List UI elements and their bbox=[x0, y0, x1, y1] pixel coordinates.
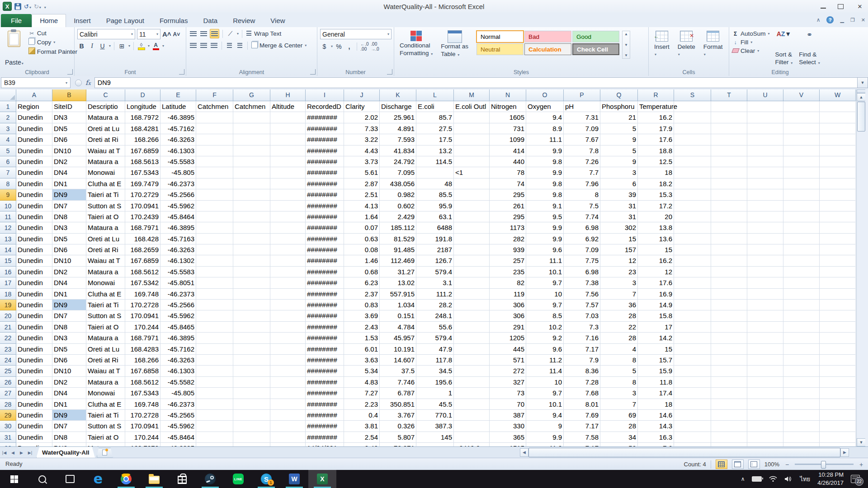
empty-cell[interactable] bbox=[783, 267, 820, 277]
empty-cell[interactable] bbox=[783, 377, 820, 388]
empty-cell[interactable] bbox=[674, 112, 711, 123]
cell[interactable] bbox=[454, 432, 490, 443]
cell[interactable] bbox=[454, 277, 490, 288]
cell[interactable]: 438.056 bbox=[380, 178, 416, 189]
header-cell[interactable]: Discharge bbox=[380, 101, 416, 112]
empty-cell[interactable] bbox=[783, 255, 820, 266]
cell[interactable]: -46.2373 bbox=[160, 178, 196, 189]
cell[interactable]: Taieri at Ti bbox=[86, 410, 125, 421]
page-layout-view-button[interactable] bbox=[732, 460, 744, 469]
cell[interactable]: DN4 bbox=[52, 388, 86, 399]
column-header-Q[interactable]: Q bbox=[600, 89, 638, 101]
cell[interactable] bbox=[454, 145, 490, 156]
empty-cell[interactable] bbox=[711, 234, 747, 244]
zoom-in-icon[interactable]: + bbox=[858, 461, 864, 468]
cell[interactable] bbox=[196, 388, 233, 399]
cell[interactable]: 28 bbox=[600, 333, 638, 343]
cell[interactable] bbox=[454, 189, 490, 200]
paste-button[interactable]: Paste▾ bbox=[3, 29, 26, 68]
cell[interactable]: 8.36 bbox=[564, 366, 600, 376]
cell[interactable]: 1515 bbox=[490, 443, 526, 446]
cell-style-calculation[interactable]: Calculation bbox=[524, 43, 571, 55]
cell[interactable]: DN7 bbox=[52, 201, 86, 211]
cell[interactable]: 3.1 bbox=[416, 277, 454, 288]
cell[interactable]: 31 bbox=[600, 201, 638, 211]
column-header-U[interactable]: U bbox=[747, 89, 783, 101]
cell[interactable] bbox=[454, 421, 490, 432]
empty-cell[interactable] bbox=[783, 134, 820, 145]
taskbar-line[interactable]: LINE bbox=[224, 470, 252, 488]
header-cell[interactable]: Descriptio bbox=[86, 101, 125, 112]
row-header-22[interactable]: 22 bbox=[0, 333, 16, 343]
cell[interactable]: 168.5612 bbox=[125, 377, 160, 388]
cell[interactable] bbox=[454, 300, 490, 310]
format-as-table-button[interactable]: Format asTable ▾ bbox=[438, 29, 471, 60]
cell[interactable]: 168.4281 bbox=[125, 123, 160, 134]
cell[interactable]: DN3 bbox=[52, 333, 86, 343]
cell[interactable] bbox=[196, 134, 233, 145]
empty-cell[interactable] bbox=[820, 267, 856, 277]
cell[interactable] bbox=[454, 234, 490, 244]
cell[interactable]: 17.6 bbox=[638, 277, 674, 288]
empty-cell[interactable] bbox=[747, 244, 783, 255]
cell[interactable]: 37.5 bbox=[380, 366, 416, 376]
cell[interactable]: 0.08 bbox=[344, 244, 380, 255]
empty-cell[interactable] bbox=[674, 344, 711, 355]
cell[interactable]: 10.2 bbox=[526, 322, 564, 333]
insert-cells-button[interactable]: ← Insert▾ bbox=[651, 29, 672, 68]
header-cell[interactable]: Phosphoru bbox=[600, 101, 638, 112]
cell[interactable] bbox=[233, 333, 270, 343]
cell[interactable]: Dunedin bbox=[16, 189, 52, 200]
cell[interactable]: 170.2728 bbox=[125, 410, 160, 421]
cell[interactable]: 16.9 bbox=[638, 289, 674, 300]
cell[interactable]: 168.7972 bbox=[125, 112, 160, 123]
cell[interactable]: 170.2729 bbox=[125, 189, 160, 200]
empty-cell[interactable] bbox=[783, 322, 820, 333]
cell[interactable]: DN3 bbox=[52, 222, 86, 233]
cell[interactable]: 13.2 bbox=[416, 145, 454, 156]
cell[interactable] bbox=[416, 443, 454, 446]
empty-cell[interactable] bbox=[747, 443, 783, 446]
empty-cell[interactable] bbox=[783, 355, 820, 366]
cell[interactable] bbox=[196, 310, 233, 321]
cell[interactable] bbox=[196, 410, 233, 421]
cell[interactable]: 69 bbox=[600, 410, 638, 421]
cell[interactable]: 7.57 bbox=[564, 300, 600, 310]
cell[interactable]: 126.7 bbox=[416, 255, 454, 266]
cell[interactable]: 6.98 bbox=[564, 222, 600, 233]
cell[interactable]: Dunedin bbox=[16, 333, 52, 343]
cell[interactable]: 3.767 bbox=[380, 410, 416, 421]
empty-cell[interactable] bbox=[820, 333, 856, 343]
cell[interactable]: 168.7971 bbox=[125, 222, 160, 233]
cell[interactable]: 291 bbox=[490, 322, 526, 333]
empty-cell[interactable] bbox=[674, 377, 711, 388]
cell[interactable]: ######## bbox=[306, 145, 344, 156]
cell[interactable]: 731 bbox=[490, 123, 526, 134]
cell[interactable]: 0.602 bbox=[380, 201, 416, 211]
column-header-O[interactable]: O bbox=[526, 89, 564, 101]
cell[interactable]: 16.3 bbox=[638, 432, 674, 443]
cell[interactable]: ######## bbox=[306, 366, 344, 376]
action-center-button[interactable]: 22 bbox=[851, 475, 860, 483]
empty-cell[interactable] bbox=[711, 201, 747, 211]
cell[interactable]: 557.915 bbox=[380, 289, 416, 300]
cell[interactable]: 3.22 bbox=[344, 134, 380, 145]
empty-cell[interactable] bbox=[711, 399, 747, 410]
increase-decimal-icon[interactable]: ←.0.00 bbox=[360, 42, 369, 51]
cell[interactable]: -46.2373 bbox=[160, 289, 196, 300]
cell[interactable] bbox=[196, 189, 233, 200]
empty-cell[interactable] bbox=[747, 267, 783, 277]
cell[interactable]: -45.805 bbox=[160, 388, 196, 399]
empty-cell[interactable] bbox=[783, 421, 820, 432]
empty-cell[interactable] bbox=[711, 432, 747, 443]
cell[interactable] bbox=[454, 267, 490, 277]
cell[interactable]: DN6 bbox=[52, 244, 86, 255]
cell[interactable]: 445 bbox=[490, 344, 526, 355]
cell[interactable]: 272 bbox=[490, 366, 526, 376]
empty-cell[interactable] bbox=[783, 410, 820, 421]
cell[interactable]: 82 bbox=[490, 277, 526, 288]
cell[interactable] bbox=[233, 277, 270, 288]
cell[interactable] bbox=[270, 134, 306, 145]
styles-gallery-expand-icon[interactable]: ▼ bbox=[624, 53, 628, 57]
cell[interactable]: 111.2 bbox=[416, 289, 454, 300]
